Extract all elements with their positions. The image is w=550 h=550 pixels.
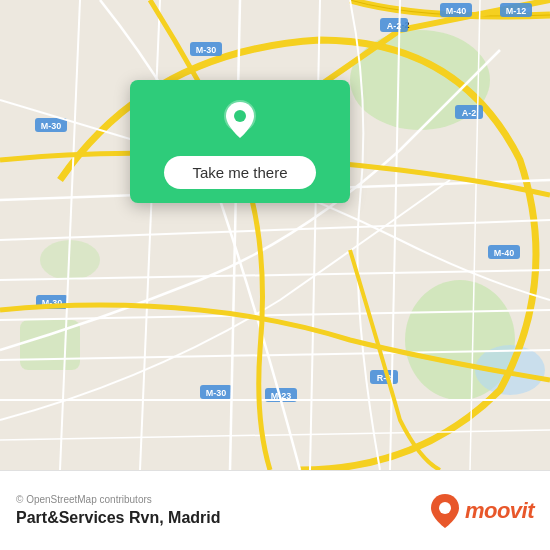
moovit-pin-icon bbox=[429, 492, 461, 530]
moovit-logo: moovit bbox=[429, 492, 534, 530]
location-card: Take me there bbox=[130, 80, 350, 203]
svg-text:M-30: M-30 bbox=[196, 45, 217, 55]
svg-point-43 bbox=[234, 110, 246, 122]
take-me-there-button[interactable]: Take me there bbox=[164, 156, 315, 189]
moovit-logo-text: moovit bbox=[465, 498, 534, 524]
svg-text:A-2: A-2 bbox=[462, 108, 477, 118]
place-info: © OpenStreetMap contributors Part&Servic… bbox=[16, 494, 221, 527]
svg-point-44 bbox=[439, 502, 451, 514]
svg-text:M-40: M-40 bbox=[494, 248, 515, 258]
bottom-bar: © OpenStreetMap contributors Part&Servic… bbox=[0, 470, 550, 550]
svg-text:M-30: M-30 bbox=[206, 388, 227, 398]
location-pin-icon bbox=[218, 98, 262, 142]
svg-text:M-12: M-12 bbox=[506, 6, 527, 16]
svg-text:M-30: M-30 bbox=[41, 121, 62, 131]
svg-text:M-40: M-40 bbox=[446, 6, 467, 16]
copyright-text: © OpenStreetMap contributors bbox=[16, 494, 221, 505]
place-name: Part&Services Rvn, Madrid bbox=[16, 509, 221, 527]
map-container: A-2 A-2 M-40 M-12 M-30 M-30 M-30 M-30 A-… bbox=[0, 0, 550, 470]
